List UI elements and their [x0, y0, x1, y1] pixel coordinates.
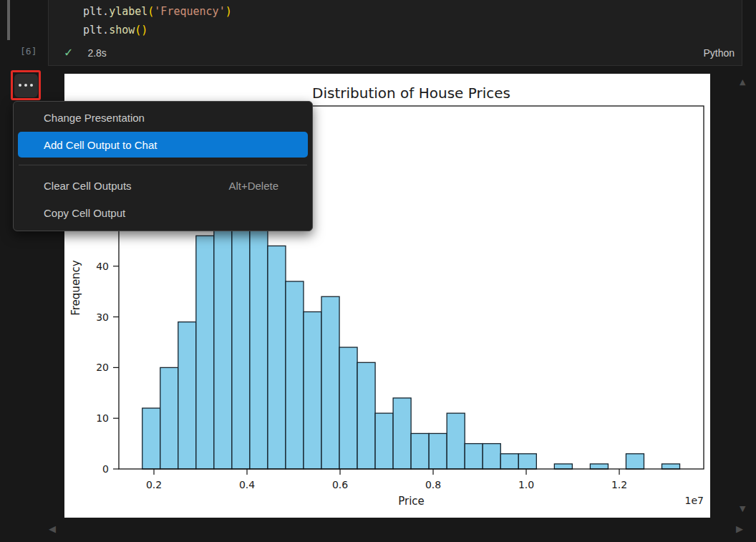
y-tick-label: 10 — [96, 412, 109, 424]
x-axis-label: Price — [398, 495, 425, 508]
menu-item-label: Add Cell Output to Chat — [44, 139, 157, 151]
chart-title: Distribution of House Prices — [312, 84, 510, 102]
cell-status-bar: ✓ 2.8s Python — [49, 41, 742, 65]
histogram-bar — [142, 408, 160, 469]
code-token: ( — [135, 24, 141, 37]
histogram-bar — [375, 413, 393, 469]
execution-count: [6] — [20, 46, 37, 57]
menu-separator — [19, 165, 307, 165]
histogram-bar — [447, 413, 465, 469]
scroll-right-icon[interactable]: ▶ — [736, 524, 743, 533]
scroll-left-icon[interactable]: ◀ — [49, 524, 56, 533]
histogram-bar — [465, 444, 483, 469]
histogram-bar — [304, 311, 321, 469]
x-tick-label: 1.2 — [611, 479, 627, 490]
success-check-icon: ✓ — [64, 47, 73, 59]
code-token: . — [102, 5, 109, 18]
code-token: ) — [226, 5, 232, 18]
histogram-bar — [339, 347, 357, 469]
y-tick-label: 30 — [96, 311, 109, 323]
code-token: show — [109, 24, 135, 37]
y-axis-label: Frequency — [69, 260, 82, 316]
histogram-bar — [357, 362, 375, 469]
code-token: ( — [147, 5, 154, 18]
code-token: ylabel — [109, 5, 147, 18]
menu-item-add-cell-output-to-chat[interactable]: Add Cell Output to Chat — [18, 132, 308, 158]
execution-duration: 2.8s — [87, 47, 106, 59]
histogram-bar — [554, 464, 572, 469]
histogram-bar — [178, 322, 196, 469]
code-line: plt.show() — [83, 21, 742, 39]
histogram-bar — [500, 454, 518, 469]
more-actions-button[interactable] — [14, 74, 38, 97]
scroll-down-icon[interactable]: ▼ — [740, 505, 745, 513]
histogram-bar — [662, 464, 680, 469]
more-horizontal-icon — [30, 84, 33, 87]
x-tick-label: 0.4 — [239, 479, 255, 490]
histogram-bar — [160, 367, 178, 469]
y-tick-label: 0 — [102, 463, 109, 475]
menu-item-copy-cell-output[interactable]: Copy Cell Output — [18, 200, 308, 226]
menu-item-label: Clear Cell Outputs — [44, 180, 132, 192]
code-line: plt.ylabel('Frequency') — [83, 2, 742, 21]
menu-item-change-presentation[interactable]: Change Presentation — [18, 105, 308, 130]
code-token: ) — [141, 24, 147, 37]
menu-item-shortcut: Alt+Delete — [228, 180, 278, 192]
y-tick-label: 40 — [96, 261, 109, 272]
annotation-highlight-box — [11, 70, 41, 100]
histogram-bar — [268, 246, 286, 469]
code-token: plt — [83, 24, 102, 37]
histogram-bar — [590, 464, 608, 469]
kernel-language-label[interactable]: Python — [703, 47, 735, 59]
histogram-bar — [393, 398, 411, 469]
histogram-bar — [518, 454, 536, 469]
cell-focus-indicator — [7, 0, 10, 40]
histogram-bar — [286, 281, 304, 469]
code-token: 'Frequency' — [154, 5, 225, 18]
x-tick-label: 1.0 — [518, 479, 534, 490]
x-axis-offset-label: 1e7 — [685, 495, 704, 506]
menu-item-label: Copy Cell Output — [44, 207, 125, 219]
x-tick-label: 0.2 — [146, 479, 162, 490]
y-tick-label: 20 — [96, 362, 109, 373]
code-token: . — [102, 24, 109, 37]
more-horizontal-icon — [19, 84, 21, 87]
histogram-bar — [429, 433, 447, 469]
histogram-bar — [483, 444, 500, 469]
histogram-bar — [626, 454, 644, 469]
histogram-bar — [321, 296, 339, 469]
x-tick-label: 0.8 — [425, 479, 441, 490]
x-tick-label: 0.6 — [332, 479, 348, 490]
cell-output-context-menu: Change PresentationAdd Cell Output to Ch… — [13, 101, 313, 231]
code-editor[interactable]: plt.ylabel('Frequency')plt.show() — [49, 0, 742, 39]
menu-item-label: Change Presentation — [44, 112, 145, 124]
scroll-up-icon[interactable]: ▲ — [740, 78, 745, 86]
more-horizontal-icon — [24, 84, 27, 87]
code-cell: plt.ylabel('Frequency')plt.show() ✓ 2.8s… — [48, 0, 742, 66]
menu-item-clear-cell-outputs[interactable]: Clear Cell OutputsAlt+Delete — [18, 173, 308, 198]
histogram-bar — [196, 236, 214, 469]
histogram-bar — [411, 433, 429, 469]
code-token: plt — [83, 5, 102, 18]
